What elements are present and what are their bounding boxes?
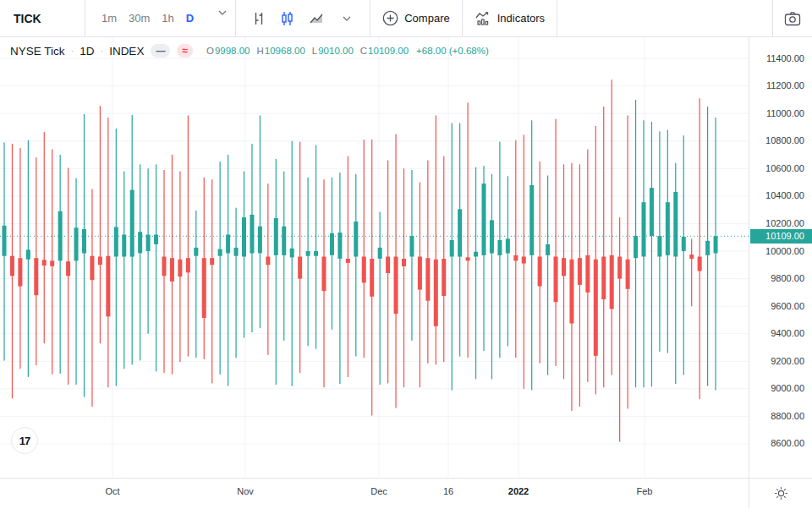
toolbar-separator [772, 0, 773, 36]
candle-body [346, 259, 350, 263]
interval-button-D[interactable]: D [180, 8, 200, 28]
candle-wick [156, 164, 156, 371]
candle-wick [68, 168, 69, 385]
candle-body [617, 257, 622, 279]
candle-wick [452, 123, 453, 391]
symbol-label: TICK [14, 12, 41, 25]
plus-circle-icon [382, 10, 398, 26]
time-axis[interactable]: OctNovDec162022Feb [0, 478, 749, 508]
time-tick-label: Nov [237, 486, 254, 496]
candle-wick [75, 178, 76, 385]
candle-body [578, 258, 582, 285]
price-tick-label: 10800.00 [749, 135, 812, 145]
candle-body [138, 232, 142, 253]
price-tick-label: 10200.00 [749, 218, 812, 228]
candle-body [66, 261, 70, 276]
low-value: 9010.00 [318, 46, 354, 56]
candle-body [170, 258, 174, 282]
indicators-button[interactable]: Indicators [463, 0, 557, 36]
candle-wick [436, 116, 436, 365]
legend-approx-toggle[interactable]: ≈ [177, 44, 193, 57]
candle-body [210, 258, 214, 265]
candle-wick [715, 118, 716, 390]
legend-market: INDEX [109, 45, 144, 57]
candle-body [106, 256, 110, 317]
time-tick-label: 16 [443, 486, 453, 496]
time-tick-label: Feb [637, 486, 653, 496]
top-toolbar: TICK 1m30m1hD [0, 0, 812, 37]
symbol-button[interactable]: TICK [0, 0, 85, 36]
candle-wick [468, 102, 469, 358]
candle-wick [683, 135, 684, 375]
candle-wick [579, 164, 580, 407]
chart-area: NYSE Tick · 1D · INDEX — ≈ O9998.00 H109… [0, 37, 812, 509]
candle-body [657, 236, 661, 256]
toolbar-spacer [557, 0, 772, 36]
interval-button-30m[interactable]: 30m [123, 8, 156, 28]
candle-body [450, 240, 454, 257]
candle-body [650, 188, 654, 236]
indicators-label: Indicators [497, 12, 545, 25]
candle-body [434, 260, 438, 326]
candle-wick [116, 129, 117, 386]
price-tick-label: 10000.00 [749, 246, 812, 256]
legend-symbol[interactable]: NYSE Tick [10, 45, 65, 57]
candle-body [146, 235, 151, 252]
candle-body [354, 222, 358, 257]
candle-body [610, 255, 614, 309]
legend-collapse-toggle[interactable]: — [151, 44, 170, 57]
candle-wick [348, 156, 348, 377]
legend-interval[interactable]: 1D [80, 45, 94, 57]
candle-wick [283, 172, 284, 341]
style-menu-button[interactable] [334, 6, 359, 31]
candles-icon [280, 11, 295, 26]
price-tick-label: 10400.00 [749, 190, 812, 200]
candle-wick [515, 140, 516, 358]
candle-wick [403, 168, 404, 387]
compare-button[interactable]: Compare [370, 0, 461, 36]
interval-group: 1m30m1hD [85, 0, 210, 36]
candle-body [458, 209, 462, 256]
candle-wick [547, 176, 548, 375]
snapshot-button[interactable] [780, 6, 805, 31]
ohlc-readout: O9998.00 H10968.00 L9010.00 C10109.00 +6… [206, 46, 489, 56]
area-style-button[interactable] [304, 6, 329, 31]
price-axis[interactable]: 10109.00 11400.0011200.0011000.0010800.0… [749, 37, 812, 478]
candle-body [258, 227, 262, 254]
price-tick-label: 9800.00 [749, 273, 812, 283]
chart-pane[interactable]: NYSE Tick · 1D · INDEX — ≈ O9998.00 H109… [0, 37, 749, 478]
candle-body [274, 218, 278, 255]
candle-body [162, 257, 167, 276]
candles-style-button[interactable] [275, 6, 300, 31]
candlestick-chart [0, 37, 749, 478]
candle-body [594, 260, 598, 356]
candle-wick [211, 179, 212, 383]
candle-wick [491, 174, 492, 380]
price-tick-label: 9600.00 [749, 301, 812, 311]
candle-body [26, 249, 30, 259]
candle-body [90, 256, 94, 281]
candle-body [122, 235, 126, 257]
candle-wick [292, 141, 293, 386]
candle-wick [691, 238, 692, 306]
candle-wick [235, 208, 236, 358]
axis-settings-corner[interactable] [749, 478, 812, 508]
candle-wick [475, 167, 476, 380]
candle-body [98, 257, 102, 265]
candle-body [186, 258, 190, 272]
interval-button-1m[interactable]: 1m [96, 8, 123, 28]
candle-body [74, 227, 79, 260]
tradingview-logo[interactable]: 17 [11, 427, 38, 454]
candle-wick [220, 161, 221, 375]
candle-wick [555, 119, 556, 366]
interval-menu-button[interactable] [210, 0, 235, 25]
candle-body [82, 229, 86, 254]
camera-icon [784, 11, 801, 26]
interval-button-1h[interactable]: 1h [156, 8, 179, 28]
candle-body [42, 260, 47, 265]
candle-body [226, 235, 230, 254]
chart-legend: NYSE Tick · 1D · INDEX — ≈ O9998.00 H109… [10, 44, 489, 57]
compare-label: Compare [404, 12, 449, 25]
bars-style-button[interactable] [246, 6, 272, 31]
candle-wick [188, 116, 189, 357]
